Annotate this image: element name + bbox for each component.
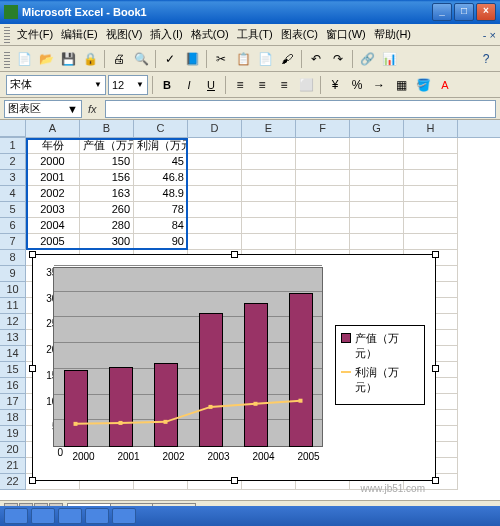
cell[interactable] (350, 218, 404, 234)
minimize-button[interactable]: _ (432, 3, 452, 21)
cell[interactable] (404, 186, 458, 202)
cell[interactable] (296, 218, 350, 234)
col-header[interactable]: H (404, 120, 458, 137)
row-header[interactable]: 7 (0, 234, 26, 250)
cell[interactable]: 2002 (26, 186, 80, 202)
row-header[interactable]: 5 (0, 202, 26, 218)
undo-icon[interactable]: ↶ (306, 49, 326, 69)
cell[interactable] (188, 186, 242, 202)
col-header[interactable]: F (296, 120, 350, 137)
cell[interactable] (296, 154, 350, 170)
col-header[interactable]: C (134, 120, 188, 137)
row-header[interactable]: 16 (0, 378, 26, 394)
cell[interactable] (296, 170, 350, 186)
permission-icon[interactable]: 🔒 (80, 49, 100, 69)
cell[interactable] (350, 186, 404, 202)
cell[interactable] (350, 138, 404, 154)
task-button[interactable] (31, 508, 55, 524)
cell[interactable] (242, 154, 296, 170)
row-header[interactable]: 20 (0, 442, 26, 458)
cell[interactable] (188, 170, 242, 186)
cell[interactable] (188, 138, 242, 154)
task-button[interactable] (112, 508, 136, 524)
bar[interactable] (109, 367, 133, 447)
bar[interactable] (154, 363, 178, 447)
italic-icon[interactable]: I (179, 75, 199, 95)
col-header[interactable]: A (26, 120, 80, 137)
cell[interactable]: 2001 (26, 170, 80, 186)
col-header[interactable]: G (350, 120, 404, 137)
resize-handle[interactable] (231, 251, 238, 258)
cell[interactable]: 78 (134, 202, 188, 218)
copy-icon[interactable]: 📋 (233, 49, 253, 69)
resize-handle[interactable] (29, 477, 36, 484)
row-header[interactable]: 9 (0, 266, 26, 282)
cell[interactable] (242, 170, 296, 186)
row-header[interactable]: 15 (0, 362, 26, 378)
task-button[interactable] (85, 508, 109, 524)
cell[interactable]: 84 (134, 218, 188, 234)
row-header[interactable]: 2 (0, 154, 26, 170)
cell[interactable] (296, 138, 350, 154)
fx-icon[interactable]: fx (82, 103, 103, 115)
cut-icon[interactable]: ✂ (211, 49, 231, 69)
font-color-icon[interactable]: A (435, 75, 455, 95)
cell[interactable] (296, 202, 350, 218)
cell[interactable] (188, 154, 242, 170)
cell[interactable]: 156 (80, 170, 134, 186)
bold-icon[interactable]: B (157, 75, 177, 95)
open-icon[interactable]: 📂 (36, 49, 56, 69)
menu-window[interactable]: 窗口(W) (322, 25, 370, 44)
cell[interactable]: 260 (80, 202, 134, 218)
cell[interactable] (404, 138, 458, 154)
cell[interactable] (404, 218, 458, 234)
menu-edit[interactable]: 编辑(E) (57, 25, 102, 44)
row-header[interactable]: 1 (0, 138, 26, 154)
chart-icon[interactable]: 📊 (379, 49, 399, 69)
bar[interactable] (289, 293, 313, 447)
cell[interactable]: 300 (80, 234, 134, 250)
name-box[interactable]: 图表区▼ (4, 100, 82, 118)
cell[interactable]: 2003 (26, 202, 80, 218)
menu-help[interactable]: 帮助(H) (370, 25, 415, 44)
bar[interactable] (64, 370, 88, 447)
new-icon[interactable]: 📄 (14, 49, 34, 69)
task-button[interactable] (58, 508, 82, 524)
cell[interactable]: 产值（万元） (80, 138, 134, 154)
cell[interactable] (188, 218, 242, 234)
align-left-icon[interactable]: ≡ (230, 75, 250, 95)
row-header[interactable]: 6 (0, 218, 26, 234)
resize-handle[interactable] (29, 251, 36, 258)
cell[interactable] (350, 154, 404, 170)
resize-handle[interactable] (432, 477, 439, 484)
cell[interactable]: 90 (134, 234, 188, 250)
row-header[interactable]: 12 (0, 314, 26, 330)
row-header[interactable]: 8 (0, 250, 26, 266)
help-search[interactable]: - × (483, 29, 496, 41)
row-header[interactable]: 21 (0, 458, 26, 474)
bar[interactable] (244, 303, 268, 447)
font-combo[interactable]: 宋体▼ (6, 75, 106, 95)
menu-file[interactable]: 文件(F) (13, 25, 57, 44)
merge-icon[interactable]: ⬜ (296, 75, 316, 95)
col-header[interactable]: E (242, 120, 296, 137)
cell[interactable]: 利润（万元） (134, 138, 188, 154)
cell[interactable] (296, 186, 350, 202)
cell[interactable]: 年份 (26, 138, 80, 154)
cell[interactable]: 46.8 (134, 170, 188, 186)
cell[interactable] (242, 202, 296, 218)
fill-color-icon[interactable]: 🪣 (413, 75, 433, 95)
align-right-icon[interactable]: ≡ (274, 75, 294, 95)
spell-icon[interactable]: ✓ (160, 49, 180, 69)
cell[interactable]: 48.9 (134, 186, 188, 202)
cell[interactable] (296, 234, 350, 250)
cell[interactable]: 2004 (26, 218, 80, 234)
save-icon[interactable]: 💾 (58, 49, 78, 69)
cell[interactable] (350, 234, 404, 250)
menu-format[interactable]: 格式(O) (187, 25, 233, 44)
row-header[interactable]: 10 (0, 282, 26, 298)
menu-view[interactable]: 视图(V) (102, 25, 147, 44)
link-icon[interactable]: 🔗 (357, 49, 377, 69)
menu-insert[interactable]: 插入(I) (146, 25, 186, 44)
worksheet[interactable]: A B C D E F G H 1年份产值（万元）利润（万元）220001504… (0, 120, 500, 500)
